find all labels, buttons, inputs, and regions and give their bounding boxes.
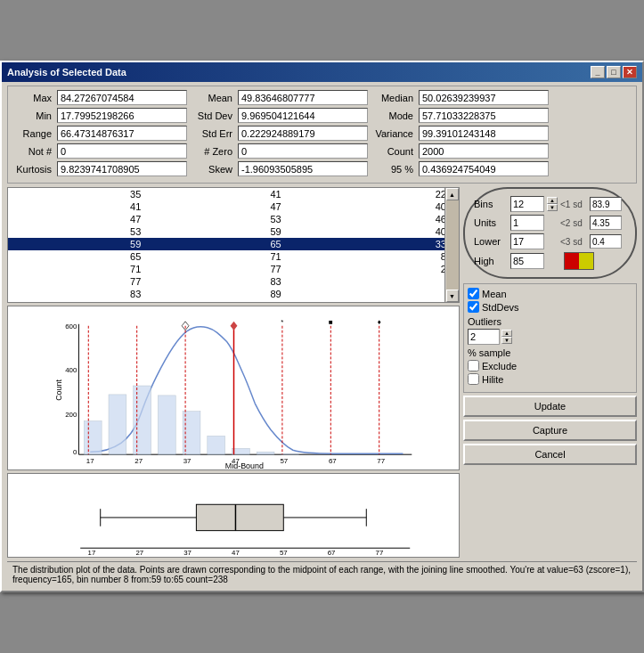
capture-button[interactable]: Capture — [463, 420, 637, 441]
stddev-value[interactable] — [238, 108, 368, 123]
status-bar: The distribution plot of the data. Point… — [7, 561, 637, 587]
svg-text:600: 600 — [65, 322, 77, 331]
exclude-checkbox[interactable] — [468, 360, 479, 371]
svg-rect-20 — [257, 452, 274, 454]
svg-text:400: 400 — [65, 366, 77, 374]
maximize-button[interactable]: □ — [607, 66, 621, 78]
outliers-input[interactable] — [468, 329, 500, 345]
count-label: Count — [373, 146, 413, 157]
traffic-yellow — [579, 253, 593, 269]
outliers-label: Outliers — [468, 316, 632, 327]
stddevs-checkbox-row: StdDevs — [468, 301, 632, 313]
svg-rect-14 — [109, 395, 126, 454]
title-bar-controls: _ □ ✕ — [591, 66, 637, 78]
traffic-light-button[interactable] — [564, 252, 594, 270]
stddevs-checkbox[interactable] — [468, 301, 479, 313]
svg-text:47: 47 — [232, 549, 240, 557]
count-value[interactable] — [419, 143, 549, 159]
table-row[interactable]: 5965338 — [8, 238, 459, 250]
min-value[interactable] — [57, 108, 187, 123]
bins-panel: Bins ▲ ▼ <1 sd Units — [463, 187, 637, 279]
x-axis-label: Mid-Bound — [225, 461, 264, 469]
update-button[interactable]: Update — [463, 396, 637, 417]
max-value[interactable] — [57, 90, 187, 105]
outliers-input-row: ▲ ▼ — [468, 329, 632, 345]
minimize-button[interactable]: _ — [591, 66, 605, 78]
hilite-checkbox[interactable] — [468, 373, 479, 385]
variance-value[interactable] — [419, 126, 549, 141]
main-window: Analysis of Selected Data _ □ ✕ Max Mean… — [0, 61, 644, 592]
svg-text:37: 37 — [183, 549, 192, 557]
traffic-red — [565, 253, 579, 269]
scroll-down-button[interactable]: ▼ — [446, 290, 459, 302]
lower-input[interactable] — [510, 233, 544, 249]
mode-label: Mode — [373, 110, 413, 121]
sd1-input[interactable] — [590, 197, 622, 211]
hilite-label: Hilite — [482, 374, 503, 385]
svg-text:37: 37 — [183, 457, 192, 465]
svg-rect-13 — [84, 421, 102, 455]
sd-marker-pos1: * — [281, 318, 283, 326]
notn-value[interactable] — [57, 143, 187, 159]
median-value[interactable] — [419, 90, 549, 105]
svg-rect-15 — [134, 386, 151, 454]
bins-row: Bins ▲ ▼ <1 sd — [474, 196, 626, 212]
svg-rect-21 — [281, 453, 299, 454]
bins-input[interactable] — [510, 196, 544, 212]
close-button[interactable]: ✕ — [623, 66, 637, 78]
bins-up-button[interactable]: ▲ — [547, 197, 558, 204]
ci-value[interactable] — [419, 161, 549, 176]
sd3-input[interactable] — [590, 234, 622, 249]
svg-text:77: 77 — [377, 457, 385, 465]
table-row[interactable]: 77838 — [8, 275, 459, 288]
table-row[interactable]: 5359406 — [8, 225, 459, 238]
outliers-up-button[interactable]: ▲ — [501, 330, 512, 337]
stats-section: Max Mean Median Min Std Dev Mode Range S… — [7, 86, 637, 184]
boxplot-chart: 17 27 37 47 57 67 77 — [7, 473, 460, 558]
max-label: Max — [12, 93, 52, 103]
bins-label: Bins — [474, 199, 508, 209]
stderr-value[interactable] — [238, 126, 368, 141]
window-title: Analysis of Selected Data — [7, 67, 126, 78]
kurtosis-label: Kurtosis — [12, 164, 52, 175]
kurtosis-value[interactable] — [57, 161, 187, 176]
bins-down-button[interactable]: ▼ — [547, 204, 558, 211]
table-row[interactable]: 83892 — [8, 288, 459, 300]
table-scrollbar: ▲ ▼ — [444, 188, 459, 302]
scroll-up-button[interactable]: ▲ — [446, 188, 459, 200]
zerop-label: # Zero — [192, 146, 232, 157]
mean-marker — [231, 322, 238, 331]
svg-text:57: 57 — [280, 457, 288, 465]
mean-checkbox[interactable] — [468, 288, 479, 299]
stddevs-checkbox-label: StdDevs — [482, 302, 519, 313]
median-label: Median — [373, 93, 413, 103]
ci-label: 95 % — [373, 164, 413, 175]
skew-value[interactable] — [238, 161, 368, 176]
svg-text:67: 67 — [329, 457, 337, 465]
table-row[interactable]: 3541228 — [8, 188, 459, 200]
mean-value[interactable] — [238, 90, 368, 105]
sd-marker-neg1 — [182, 322, 189, 331]
cancel-button[interactable]: Cancel — [463, 444, 637, 465]
bins-spinners: ▲ ▼ — [547, 197, 558, 211]
high-input[interactable] — [510, 253, 544, 269]
table-row[interactable]: 4147401 — [8, 200, 459, 213]
range-value[interactable] — [57, 126, 187, 141]
variance-label: Variance — [373, 128, 413, 139]
table-row[interactable]: 657184 — [8, 250, 459, 263]
exclude-row: Exclude — [468, 360, 632, 371]
status-text: The distribution plot of the data. Point… — [12, 565, 631, 584]
checks-outliers-panel: Mean StdDevs Outliers ▲ ▼ — [463, 283, 637, 393]
table-and-charts: 3541228414740147534685359406596533865718… — [7, 187, 460, 558]
mean-checkbox-row: Mean — [468, 288, 632, 299]
table-row[interactable]: 4753468 — [8, 213, 459, 225]
svg-rect-16 — [158, 396, 175, 454]
sd2-input[interactable] — [590, 216, 622, 230]
zerop-value[interactable] — [238, 143, 368, 159]
units-input[interactable] — [510, 215, 544, 231]
outliers-down-button[interactable]: ▼ — [501, 337, 512, 344]
mode-value[interactable] — [419, 108, 549, 123]
table-row[interactable]: 717723 — [8, 263, 459, 275]
skew-label: Skew — [192, 164, 232, 175]
sd1-label: <1 sd — [560, 200, 587, 209]
